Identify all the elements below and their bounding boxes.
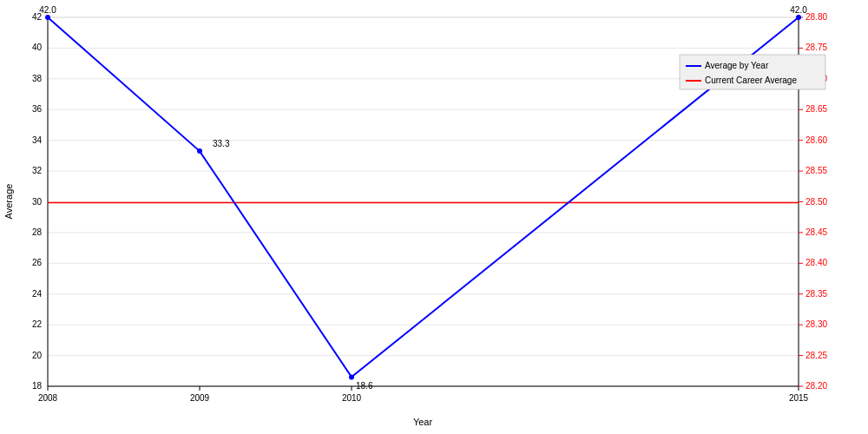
y-tick-24: 24 <box>32 289 43 299</box>
x-label-2015: 2015 <box>789 393 809 403</box>
y-tick-22: 22 <box>32 319 43 329</box>
x-axis-label: Year <box>413 417 433 427</box>
data-point-2008 <box>45 15 50 20</box>
right-label-2855: 28.55 <box>806 166 827 175</box>
y-axis-label: Average <box>3 184 14 220</box>
y-tick-38: 38 <box>32 74 43 83</box>
y-tick-20: 20 <box>32 351 43 360</box>
right-label-2820: 28.20 <box>806 381 827 391</box>
point-label-2009: 33.3 <box>213 139 230 148</box>
y-tick-32: 32 <box>32 166 43 175</box>
y-tick-18: 18 <box>32 381 43 391</box>
point-label-2008: 42.0 <box>39 5 56 15</box>
chart-svg: 42 40 38 36 34 32 30 28 26 24 22 20 18 <box>0 0 868 434</box>
y-tick-36: 36 <box>32 104 43 114</box>
data-point-2015 <box>796 15 801 20</box>
legend-career-avg-label: Current Career Average <box>705 76 797 85</box>
right-label-2830: 28.30 <box>806 319 827 329</box>
right-label-2875: 28.75 <box>806 43 827 52</box>
x-label-2008: 2008 <box>38 393 58 403</box>
x-label-2010: 2010 <box>342 393 362 403</box>
y-tick-26: 26 <box>32 258 43 267</box>
right-label-2825: 28.25 <box>806 351 827 360</box>
x-label-2009: 2009 <box>190 393 210 403</box>
data-point-2010 <box>349 374 354 379</box>
y-tick-28: 28 <box>32 227 43 237</box>
right-label-2835: 28.35 <box>806 289 827 299</box>
right-label-2845: 28.45 <box>806 227 827 237</box>
right-label-2860: 28.60 <box>806 135 827 145</box>
data-point-2009 <box>197 148 202 154</box>
y-tick-40: 40 <box>32 43 43 52</box>
right-label-2880: 28.80 <box>806 12 827 22</box>
chart-container: 42 40 38 36 34 32 30 28 26 24 22 20 18 <box>0 0 868 434</box>
right-label-2840: 28.40 <box>806 258 827 267</box>
point-label-2015: 42.0 <box>790 5 807 15</box>
legend-avg-year-label: Average by Year <box>705 61 769 70</box>
right-label-2865: 28.65 <box>806 104 827 114</box>
y-tick-34: 34 <box>32 135 43 145</box>
point-label-2010: 18.6 <box>356 381 373 391</box>
y-tick-30: 30 <box>32 197 43 207</box>
right-label-2850: 28.50 <box>806 197 827 207</box>
